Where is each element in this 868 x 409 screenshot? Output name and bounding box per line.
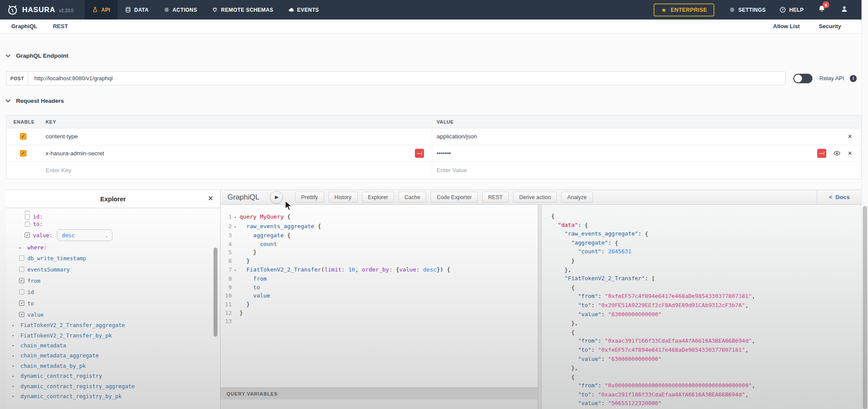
endpoint-url-input[interactable] <box>28 71 786 85</box>
eye-icon[interactable] <box>833 150 841 157</box>
checked-checkbox[interactable]: ✓ <box>19 278 24 283</box>
password-manager-icon[interactable]: ••• <box>817 149 826 158</box>
prettify-button[interactable]: Prettify <box>295 192 324 203</box>
execute-query-button[interactable]: ▶ <box>270 191 283 204</box>
rest-button[interactable]: REST <box>482 192 509 203</box>
query-variables-bar[interactable]: QUERY VARIABLES <box>220 387 538 399</box>
collapse-arrow-icon[interactable]: ▸ <box>12 333 17 337</box>
col-enable: ENABLE <box>7 119 39 124</box>
analyze-button[interactable]: Analyze <box>561 192 592 203</box>
enable-checkbox[interactable]: ✓ <box>20 133 26 140</box>
header-key-input[interactable] <box>46 150 415 157</box>
query-editor[interactable]: 1▾query MyQuery {2▾ raw_events_aggregate… <box>220 205 538 387</box>
tab-graphiql[interactable]: GraphiQL <box>11 23 37 29</box>
header-key-input[interactable] <box>46 133 424 140</box>
explorer-item-value[interactable]: ✓value:desc⌄ <box>6 228 220 242</box>
collapse-arrow-icon[interactable]: ▸ <box>12 353 17 358</box>
explorer-item-FiatTokenV2_2_Transfer_aggregate[interactable]: ▸FiatTokenV2_2_Transfer_aggregate <box>6 320 220 330</box>
explorer-item-from[interactable]: ✓from <box>6 275 220 286</box>
fold-spacer <box>232 300 239 309</box>
response-line: "value": "50655122320000" <box>551 399 861 408</box>
explorer-item-FiatTokenV2_2_Transfer_by_pk[interactable]: ▸FiatTokenV2_2_Transfer_by_pk <box>6 330 220 340</box>
explorer-item-value[interactable]: ✓value <box>6 309 220 320</box>
fold-arrow-icon[interactable]: ▾ <box>232 265 239 275</box>
collapse-arrow-icon[interactable]: ▸ <box>12 394 17 398</box>
collapse-arrow-icon[interactable]: ▸ <box>19 245 24 250</box>
explorer-item-dynamic_contract_registry_by_pk[interactable]: ▸dynamic_contract_registry_by_pk <box>6 391 220 401</box>
page-scrollbar[interactable] <box>861 0 868 409</box>
explorer-item-chain_metadata[interactable]: ▸chain_metadata <box>6 340 220 350</box>
derive-action-button[interactable]: Derive action <box>513 192 557 203</box>
help-button[interactable]: ? HELP <box>779 7 804 13</box>
explorer-item-id[interactable]: id: <box>6 213 220 220</box>
line-number-gutter: 10 <box>220 291 240 300</box>
remove-header-icon[interactable]: ✕ <box>848 133 852 140</box>
tab-rest[interactable]: REST <box>53 23 68 29</box>
explorer-item[interactable] <box>6 209 220 213</box>
explorer-item-dynamic_contract_registry_aggregate[interactable]: ▸dynamic_contract_registry_aggregate <box>6 381 220 391</box>
line-number-gutter: 1▾ <box>220 213 240 222</box>
info-icon[interactable]: i <box>850 75 857 82</box>
unchecked-checkbox[interactable] <box>19 267 24 272</box>
collapse-arrow-icon[interactable]: ▸ <box>12 323 17 327</box>
user-menu-button[interactable] <box>841 5 848 14</box>
explorer-scrollbar-thumb[interactable] <box>214 248 217 337</box>
explorer-item-to[interactable]: ✓to <box>6 298 220 309</box>
explorer-item-chain_metadata_by_pk[interactable]: ▸chain_metadata_by_pk <box>6 361 220 371</box>
explorer-item-dynamic_contract_registry[interactable]: ▸dynamic_contract_registry <box>6 371 220 381</box>
order-direction-select[interactable]: desc⌄ <box>57 229 112 241</box>
checked-checkbox[interactable]: ✓ <box>25 232 30 238</box>
header-value-input[interactable] <box>437 150 817 157</box>
explorer-item-where[interactable]: ▸where: <box>6 242 220 252</box>
relay-api-toggle[interactable] <box>793 74 812 83</box>
collapse-arrow-icon[interactable]: ▸ <box>12 343 17 347</box>
enterprise-button[interactable]: ★ ENTERPRISE <box>654 3 714 16</box>
chevron-down-icon[interactable] <box>6 98 10 102</box>
enable-checkbox[interactable]: ✓ <box>20 150 26 157</box>
notifications-button[interactable]: 8 <box>818 5 826 15</box>
fold-arrow-icon[interactable]: ▾ <box>232 213 239 222</box>
nav-item-api[interactable]: API <box>85 0 118 20</box>
password-manager-icon[interactable]: ••• <box>415 149 424 158</box>
unchecked-checkbox[interactable] <box>25 211 30 213</box>
explorer-item-eventsSummary[interactable]: eventsSummary <box>6 264 220 275</box>
history-button[interactable]: History <box>329 192 358 203</box>
hasura-logo[interactable]: HASURA v2.23.0 <box>0 0 78 20</box>
cache-button[interactable]: Cache <box>398 192 426 203</box>
explorer-button[interactable]: Explorer <box>362 192 395 203</box>
query-variables-editor[interactable] <box>220 399 538 409</box>
chevron-down-icon[interactable] <box>6 52 10 57</box>
docs-button[interactable]: < Docs <box>817 190 861 204</box>
tab-security[interactable]: Security <box>819 23 841 29</box>
collapse-arrow-icon[interactable]: ▸ <box>12 363 17 368</box>
explorer-item-id[interactable]: id <box>6 286 220 298</box>
code-exporter-button[interactable]: Code Exporter <box>431 192 478 203</box>
nav-item-remote-schemas[interactable]: REMOTE SCHEMAS <box>204 0 280 20</box>
page-scrollbar-thumb[interactable] <box>863 206 867 409</box>
unchecked-checkbox[interactable] <box>19 289 24 294</box>
unchecked-checkbox[interactable] <box>25 222 30 227</box>
response-line: "count": 2645631 <box>551 247 861 256</box>
explorer-item-db_write_timestamp[interactable]: db_write_timestamp <box>6 252 220 264</box>
nav-item-actions[interactable]: ACTIONS <box>156 0 205 20</box>
checked-checkbox[interactable]: ✓ <box>19 312 24 317</box>
remove-header-icon[interactable]: ✕ <box>848 150 852 157</box>
unchecked-checkbox[interactable] <box>25 214 30 219</box>
new-header-value-input[interactable] <box>437 167 852 173</box>
fold-arrow-icon[interactable]: ▾ <box>232 222 239 232</box>
pane-resize-handle[interactable] <box>538 205 542 409</box>
checked-checkbox[interactable]: ✓ <box>19 301 24 306</box>
code-text: } <box>240 248 256 257</box>
explorer-item-chain_metadata_aggregate[interactable]: ▸chain_metadata_aggregate <box>6 350 220 360</box>
header-value-input[interactable] <box>437 133 841 140</box>
new-header-key-input[interactable] <box>46 167 424 173</box>
tab-allow-list[interactable]: Allow List <box>773 23 799 29</box>
unchecked-checkbox[interactable] <box>19 255 24 261</box>
nav-item-events[interactable]: EVENTS <box>281 0 326 20</box>
settings-button[interactable]: SETTINGS <box>729 7 766 13</box>
explorer-item-to[interactable]: to: <box>6 220 220 228</box>
collapse-arrow-icon[interactable]: ▸ <box>12 374 17 378</box>
nav-item-data[interactable]: DATA <box>118 0 156 20</box>
close-icon[interactable]: ✕ <box>208 194 214 203</box>
collapse-arrow-icon[interactable]: ▸ <box>12 384 17 388</box>
